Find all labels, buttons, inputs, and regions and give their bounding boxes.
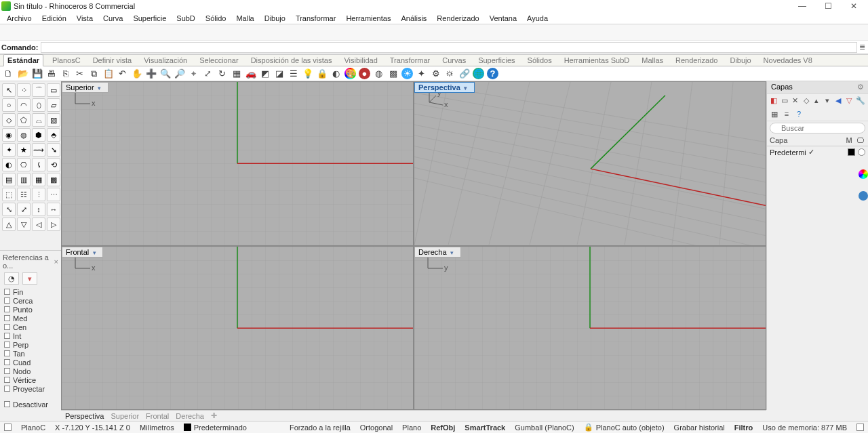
osnap-fin-checkbox[interactable] (4, 289, 10, 295)
tool-palette-item-27[interactable]: ▩ (47, 173, 60, 186)
tab-sólidos[interactable]: Sólidos (524, 55, 555, 66)
panel-tab-other-icon[interactable] (859, 191, 868, 201)
status-units[interactable]: Milímetros (140, 424, 174, 432)
new-icon[interactable]: 🗋 (3, 68, 14, 79)
tool-palette-item-23[interactable]: ⟲ (47, 158, 60, 171)
render-icon[interactable]: 🎨 (344, 68, 356, 79)
tool-palette-item-28[interactable]: ⬚ (2, 188, 16, 201)
layer-state-icon[interactable]: ◀ (834, 96, 842, 105)
tab-curvas[interactable]: Curvas (439, 55, 469, 66)
close-button[interactable]: ✕ (841, 0, 867, 12)
tool-palette-item-16[interactable]: ✦ (2, 143, 16, 157)
status-gumball[interactable]: Gumball (PlanoC) (515, 424, 574, 432)
viewport-perspective-menu-icon[interactable]: ▾ (463, 85, 469, 90)
osnap-punto-checkbox[interactable] (4, 306, 10, 312)
menu-subd[interactable]: SubD (173, 14, 199, 22)
tool-palette-item-36[interactable]: △ (2, 218, 16, 231)
tab-renderizado[interactable]: Renderizado (672, 55, 721, 66)
menu-edición[interactable]: Edición (39, 14, 70, 22)
save-icon[interactable]: 💾 (31, 68, 43, 79)
menu-renderizado[interactable]: Renderizado (433, 14, 482, 22)
menu-archivo[interactable]: Archivo (3, 14, 35, 22)
menu-curva[interactable]: Curva (100, 14, 126, 22)
osnap-cerca-checkbox[interactable] (4, 297, 10, 304)
tool-palette-item-11[interactable]: ▧ (47, 113, 60, 127)
tool-palette-item-17[interactable]: ★ (17, 143, 31, 157)
viewport-perspective[interactable]: Perspectiva▾ z x y (414, 82, 766, 245)
viewport-front-menu-icon[interactable]: ▾ (92, 249, 97, 255)
tool-palette-item-1[interactable]: ⁘ (17, 83, 31, 97)
layer-view-grid-icon[interactable]: ▦ (770, 109, 779, 119)
command-options-icon[interactable]: ≣ (857, 43, 867, 51)
undo-icon[interactable]: ↶ (117, 68, 128, 79)
tex-icon[interactable]: ▩ (387, 68, 399, 79)
osnap-tan-checkbox[interactable] (4, 350, 10, 356)
status-layer-swatch[interactable] (184, 424, 191, 431)
tab-estándar[interactable]: Estándar (3, 54, 43, 66)
named-icon[interactable]: ☰ (288, 68, 299, 79)
help-icon[interactable]: ? (487, 68, 498, 79)
tool-palette-item-2[interactable]: ⌒ (32, 83, 45, 97)
tool-palette-item-10[interactable]: ⌓ (32, 113, 45, 127)
viewport-front-label[interactable]: Frontal (66, 248, 89, 256)
menu-transformar[interactable]: Transformar (292, 14, 340, 22)
layer-prop-icon[interactable]: ◇ (802, 96, 810, 105)
osnap-vértice-checkbox[interactable] (4, 377, 10, 383)
tool-palette-item-37[interactable]: ▽ (17, 218, 31, 231)
tool-palette-item-29[interactable]: ☷ (17, 188, 31, 201)
opts-icon[interactable]: ⛭ (444, 68, 456, 79)
osnap-nodo-checkbox[interactable] (4, 368, 10, 374)
sun-icon[interactable]: ☀ (401, 68, 413, 79)
tool-palette-item-9[interactable]: ⬠ (17, 113, 31, 127)
viewtab-frontal[interactable]: Frontal (146, 412, 169, 420)
tab-seleccionar[interactable]: Seleccionar (196, 55, 241, 66)
tab-superficies[interactable]: Superficies (475, 55, 518, 66)
viewtab-add-icon[interactable]: ✚ (211, 411, 217, 420)
links-icon[interactable]: 🔗 (458, 68, 470, 79)
viewport-right[interactable]: Derecha▾ z y (414, 247, 766, 410)
menu-análisis[interactable]: Análisis (397, 14, 430, 22)
menu-ayuda[interactable]: Ayuda (524, 14, 551, 22)
status-grip-right[interactable] (856, 424, 864, 431)
layer-view-list-icon[interactable]: ≡ (782, 109, 791, 119)
tab-visibilidad[interactable]: Visibilidad (340, 55, 380, 66)
tool-palette-item-22[interactable]: ⤹ (32, 158, 45, 171)
cplane-icon[interactable]: ◩ (259, 68, 271, 79)
tool-palette-item-25[interactable]: ▥ (17, 173, 31, 186)
status-gridsnap[interactable]: Forzado a la rejilla (290, 424, 351, 432)
menu-malla[interactable]: Malla (233, 14, 257, 22)
osnap-int-checkbox[interactable] (4, 333, 10, 339)
viewport-right-label[interactable]: Derecha (418, 248, 447, 256)
globe-icon[interactable]: 🌐 (473, 68, 484, 79)
menu-ventana[interactable]: Ventana (486, 14, 520, 22)
env-icon[interactable]: ◍ (373, 68, 384, 79)
status-layer[interactable]: Predeterminado (194, 424, 247, 432)
menu-vista[interactable]: Vista (73, 14, 96, 22)
tool-palette-item-18[interactable]: ⟿ (32, 143, 45, 157)
copy-icon[interactable]: ⧉ (88, 68, 100, 79)
zoom-icon[interactable]: 🔍 (159, 68, 171, 79)
osnap-cuad-checkbox[interactable] (4, 359, 10, 365)
tool-palette-item-35[interactable]: ↔ (47, 203, 60, 216)
layer-sub-icon[interactable]: ▭ (781, 96, 789, 105)
command-history[interactable] (0, 24, 868, 41)
tool-palette-item-8[interactable]: ◇ (2, 113, 16, 127)
tool-palette-item-3[interactable]: ▭ (47, 83, 60, 97)
tool-palette-item-33[interactable]: ⤢ (17, 203, 31, 216)
layer-up-icon[interactable]: ▴ (813, 96, 821, 105)
tab-mallas[interactable]: Mallas (638, 55, 667, 66)
tool-palette-item-14[interactable]: ⬢ (32, 128, 45, 142)
layer-filter-icon[interactable]: ▽ (845, 96, 853, 105)
zoom-in-icon[interactable]: ➕ (145, 68, 157, 79)
menu-dibujo[interactable]: Dibujo (261, 14, 289, 22)
layer-color-swatch[interactable] (848, 148, 855, 156)
layer-row[interactable]: Predetermi✓ (767, 146, 868, 158)
viewport-top-label[interactable]: Superior (66, 83, 94, 91)
layers-options-icon[interactable]: ⚙ (857, 83, 864, 91)
status-record[interactable]: Grabar historial (674, 424, 725, 432)
layer-header-lock-icon[interactable]: 🖵 (854, 136, 865, 144)
command-input[interactable] (41, 42, 857, 53)
tool-palette-item-0[interactable]: ↖ (2, 83, 16, 97)
zoom-sel-icon[interactable]: ⌖ (188, 68, 199, 79)
tab-novedades-v8[interactable]: Novedades V8 (760, 55, 816, 66)
